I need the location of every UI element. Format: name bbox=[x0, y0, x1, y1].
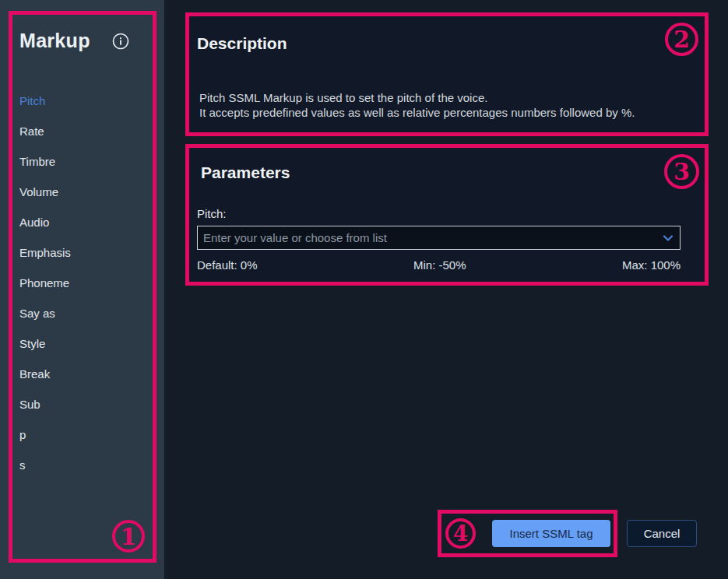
sidebar-title: Markup bbox=[19, 30, 90, 52]
sidebar-item-sub[interactable]: Sub bbox=[19, 389, 144, 419]
parameters-panel: Parameters Pitch: Default: 0% Min: -50% … bbox=[185, 144, 709, 286]
markup-menu: Pitch Rate Timbre Volume Audio Emphasis … bbox=[19, 86, 144, 480]
pitch-field-label: Pitch: bbox=[197, 207, 227, 220]
description-title: Description bbox=[197, 34, 287, 53]
info-icon[interactable] bbox=[112, 33, 129, 50]
chevron-down-icon[interactable] bbox=[662, 232, 674, 244]
max-value-text: Max: 100% bbox=[622, 258, 681, 272]
sidebar-item-s[interactable]: s bbox=[19, 450, 144, 480]
sidebar-item-style[interactable]: Style bbox=[19, 328, 144, 359]
pitch-value-input[interactable] bbox=[197, 226, 681, 250]
sidebar-item-volume[interactable]: Volume bbox=[19, 177, 144, 207]
parameters-title: Parameters bbox=[201, 163, 290, 182]
sidebar-item-say-as[interactable]: Say as bbox=[19, 298, 144, 328]
sidebar-item-phoneme[interactable]: Phoneme bbox=[19, 268, 144, 298]
description-text: Pitch SSML Markup is used to set the pit… bbox=[199, 90, 635, 120]
sidebar-item-break[interactable]: Break bbox=[19, 359, 144, 389]
sidebar-item-pitch[interactable]: Pitch bbox=[19, 86, 144, 116]
sidebar-header: Markup bbox=[19, 30, 129, 52]
markup-sidebar: Markup Pitch Rate Timbre Volume Audio Em… bbox=[0, 0, 164, 579]
annotation-circle-4: 4 bbox=[445, 518, 476, 549]
pitch-combobox bbox=[197, 226, 681, 250]
sidebar-item-rate[interactable]: Rate bbox=[19, 116, 144, 146]
description-line-2: It accepts predefined values as well as … bbox=[199, 105, 635, 120]
sidebar-item-audio[interactable]: Audio bbox=[19, 207, 144, 237]
sidebar-item-p[interactable]: p bbox=[19, 419, 144, 450]
sidebar-item-timbre[interactable]: Timbre bbox=[19, 146, 144, 177]
default-value-text: Default: 0% bbox=[197, 258, 258, 272]
cancel-button[interactable]: Cancel bbox=[627, 520, 697, 547]
description-line-1: Pitch SSML Markup is used to set the pit… bbox=[199, 90, 635, 105]
sidebar-item-emphasis[interactable]: Emphasis bbox=[19, 237, 144, 268]
pitch-range-info: Default: 0% Min: -50% Max: 100% bbox=[197, 258, 681, 272]
description-panel: Description Pitch SSML Markup is used to… bbox=[185, 12, 709, 136]
min-value-text: Min: -50% bbox=[413, 258, 466, 272]
insert-ssml-tag-button[interactable]: Insert SSML tag bbox=[492, 520, 610, 547]
